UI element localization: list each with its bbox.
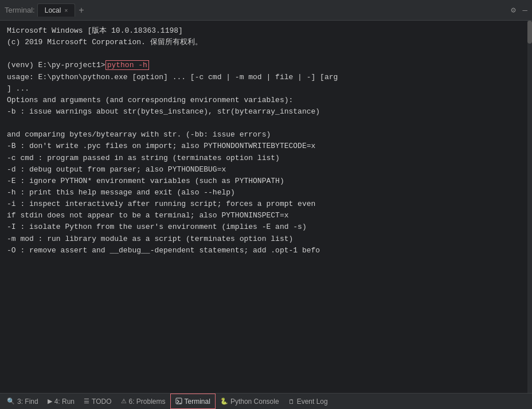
minimize-icon[interactable]: — xyxy=(523,6,527,15)
local-tab[interactable]: Local × xyxy=(37,3,76,17)
terminal-line-15: -h : print this help message and exit (a… xyxy=(7,187,525,198)
title-bar-actions: ⚙ — xyxy=(511,5,527,15)
run-icon: ▶ xyxy=(48,398,52,405)
find-label: 3: Find xyxy=(17,398,38,406)
terminal-line-10: and comparing bytes/bytearray with str. … xyxy=(7,129,525,141)
terminal-line-8: -b : issue warnings about str(bytes_inst… xyxy=(7,106,525,118)
scrollbar[interactable] xyxy=(527,21,532,393)
terminal-prompt-line: (venv) E:\py-project1>python -h xyxy=(7,60,525,71)
terminal-line-6: ] ... xyxy=(7,83,525,95)
python-console-label: Python Console xyxy=(230,398,279,406)
todo-icon: ☰ xyxy=(84,398,89,405)
status-event-log[interactable]: 🗒 Event Log xyxy=(284,394,332,409)
terminal-icon xyxy=(175,398,182,406)
tab-close-icon[interactable]: × xyxy=(64,7,68,14)
terminal-line-12: -c cmd : program passed in as string (te… xyxy=(7,153,525,164)
status-run[interactable]: ▶ 4: Run xyxy=(43,394,79,409)
terminal-line-5: usage: E:\python\python.exe [option] ...… xyxy=(7,72,525,83)
terminal-line-16: -i : inspect interactively after running… xyxy=(7,198,525,210)
terminal-line-2: (c) 2019 Microsoft Corporation. 保留所有权利。 xyxy=(7,37,525,48)
event-log-icon: 🗒 xyxy=(288,398,295,405)
gear-icon[interactable]: ⚙ xyxy=(511,5,515,15)
status-todo[interactable]: ☰ TODO xyxy=(79,394,116,409)
todo-label: TODO xyxy=(92,398,111,406)
status-problems[interactable]: ⚠ 6: Problems xyxy=(116,394,170,409)
title-bar: Terminal: Local × + ⚙ — xyxy=(0,0,532,21)
terminal-line-17: if stdin does not appear to be a termina… xyxy=(7,210,525,221)
terminal-tab-label: Terminal xyxy=(185,398,210,406)
terminal-line-1: Microsoft Windows [版本 10.0.18363.1198] xyxy=(7,25,525,37)
terminal-content[interactable]: Microsoft Windows [版本 10.0.18363.1198] (… xyxy=(0,21,532,393)
run-label: 4: Run xyxy=(54,398,75,406)
terminal-line-empty-2 xyxy=(7,118,525,129)
terminal-prompt: (venv) E:\py-project1> xyxy=(7,61,105,69)
status-terminal[interactable]: Terminal xyxy=(170,394,216,409)
status-find[interactable]: 🔍 3: Find xyxy=(2,394,43,409)
terminal-line-20: -O : remove assert and __debug__-depende… xyxy=(7,245,525,256)
scrollbar-thumb[interactable] xyxy=(527,21,532,44)
terminal-line-7: Options and arguments (and corresponding… xyxy=(7,95,525,106)
terminal-line-empty-1 xyxy=(7,48,525,60)
status-python-console[interactable]: 🐍 Python Console xyxy=(216,394,284,409)
find-icon: 🔍 xyxy=(7,398,15,405)
python-console-icon: 🐍 xyxy=(220,398,228,405)
terminal-line-13: -d : debug output from parser; also PYTH… xyxy=(7,164,525,176)
terminal-label: Terminal: xyxy=(5,6,35,14)
terminal-line-19: -m mod : run library module as a script … xyxy=(7,233,525,245)
event-log-label: Event Log xyxy=(297,398,328,406)
terminal-line-11: -B : don't write .pyc files on import; a… xyxy=(7,141,525,152)
terminal-line-18: -I : isolate Python from the user's envi… xyxy=(7,221,525,233)
add-tab-button[interactable]: + xyxy=(79,5,84,15)
terminal-command: python -h xyxy=(105,60,149,70)
terminal-line-14: -E : ignore PYTHON* environment variable… xyxy=(7,176,525,187)
problems-label: 6: Problems xyxy=(129,398,166,406)
tab-label: Local xyxy=(45,6,61,14)
status-bar: 🔍 3: Find ▶ 4: Run ☰ TODO ⚠ 6: Problems … xyxy=(0,393,532,409)
problems-icon: ⚠ xyxy=(121,398,127,405)
